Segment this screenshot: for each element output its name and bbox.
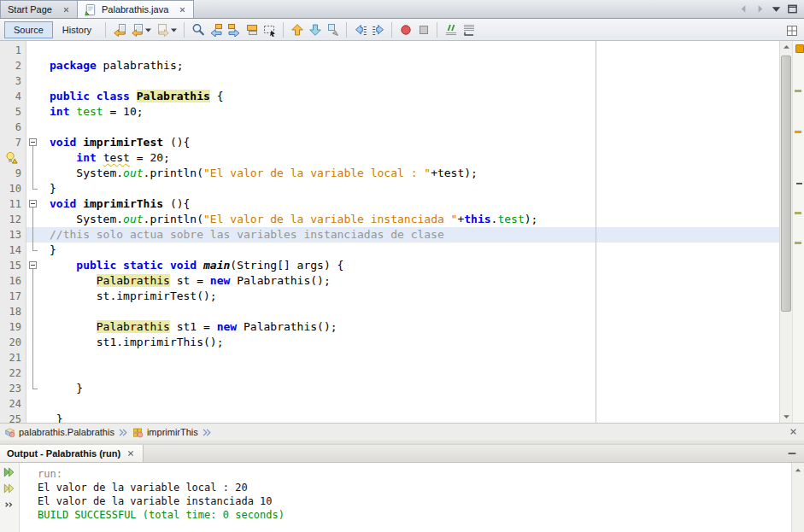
code-line[interactable]: int test = 20;	[39, 150, 779, 166]
code-line[interactable]: }	[39, 412, 779, 423]
code-line[interactable]	[39, 365, 779, 381]
rectangular-selection-icon[interactable]	[261, 21, 279, 38]
output-tab[interactable]: Output - Palabrathis (run)	[0, 445, 144, 462]
back-icon[interactable]	[128, 21, 146, 38]
output-console: run:El valor de la variable local : 20El…	[21, 463, 790, 532]
code-line[interactable]: }	[39, 381, 779, 396]
find-previous-occurrence-icon[interactable]	[207, 21, 225, 38]
code-line[interactable]: st.imprimirTest();	[39, 289, 779, 304]
stripe-mark-caret[interactable]	[796, 183, 802, 184]
editor-vertical-scrollbar[interactable]	[779, 41, 792, 423]
last-edit-location-icon[interactable]	[110, 21, 128, 38]
code-line[interactable]: public class Palabrathis {	[39, 89, 779, 104]
rerun-icon[interactable]	[2, 465, 17, 478]
fold-toggle[interactable]	[29, 261, 37, 269]
rerun-alt-icon[interactable]	[2, 482, 17, 494]
nav-left-icon[interactable]	[737, 3, 751, 16]
toolbar-separator	[283, 22, 284, 38]
dropdown-caret-icon[interactable]	[144, 21, 152, 38]
stripe-mark-occurrence[interactable]	[795, 242, 801, 244]
start-macro-recording-icon[interactable]	[396, 21, 414, 38]
nav-right-icon[interactable]	[754, 3, 767, 16]
line-number: 4	[15, 89, 21, 104]
minimize-icon[interactable]	[786, 445, 804, 462]
line-number: 20	[9, 335, 21, 350]
scroll-down-icon[interactable]	[780, 410, 792, 423]
previous-bookmark-icon[interactable]	[288, 21, 306, 38]
split-window-icon[interactable]	[783, 22, 801, 39]
error-stripe-status-badge[interactable]	[795, 44, 804, 53]
history-view-button[interactable]: History	[53, 21, 101, 38]
ant-targets-icon[interactable]	[2, 498, 17, 511]
code-area[interactable]: package palabrathis;public class Palabra…	[39, 41, 779, 423]
code-line[interactable]: }	[39, 181, 779, 196]
find-selection-icon[interactable]	[189, 21, 207, 38]
uncomment-icon[interactable]	[460, 21, 478, 38]
scrollbar-thumb[interactable]	[781, 56, 791, 312]
code-line[interactable]: }	[39, 243, 779, 258]
close-icon[interactable]	[126, 448, 136, 459]
stripe-mark-occurrence[interactable]	[795, 90, 801, 92]
line-number-gutter: 1234567910111213141516171819202122232425	[0, 41, 26, 423]
toggle-highlight-search-icon[interactable]	[243, 21, 261, 38]
output-panel-header: Output - Palabrathis (run)	[0, 445, 804, 463]
output-line: El valor de la variable instanciada 10	[38, 494, 790, 508]
breadcrumb-chevron-icon	[118, 427, 129, 438]
breadcrumb-item[interactable]: imprimirThis	[132, 427, 198, 438]
scroll-up-icon[interactable]	[792, 464, 804, 476]
shift-line-right-icon[interactable]	[369, 21, 387, 38]
source-view-button[interactable]: Source	[4, 21, 53, 38]
close-icon[interactable]	[178, 5, 187, 15]
stop-macro-recording-icon[interactable]	[414, 21, 432, 38]
find-next-occurrence-icon[interactable]	[225, 21, 243, 38]
code-line[interactable]: void imprimirTest (){	[39, 135, 779, 150]
code-line[interactable]	[39, 73, 779, 89]
stripe-mark-warning[interactable]	[795, 131, 801, 133]
output-scrollbar[interactable]	[791, 463, 804, 532]
code-line[interactable]: Palabrathis st = new Palabrathis();	[39, 273, 779, 289]
code-line[interactable]: package palabrathis;	[39, 58, 779, 73]
line-number: 9	[15, 166, 21, 181]
code-line[interactable]: void imprimirThis (){	[39, 196, 779, 212]
toolbar-separator	[184, 22, 185, 38]
stripe-mark-occurrence[interactable]	[795, 212, 801, 214]
next-bookmark-icon[interactable]	[306, 21, 324, 38]
breadcrumb-item[interactable]: palabrathis.Palabrathis	[4, 427, 114, 438]
line-number: 3	[15, 73, 21, 89]
line-number: 25	[9, 412, 21, 423]
maximize-icon[interactable]	[786, 3, 800, 16]
toggle-bookmark-icon[interactable]	[324, 21, 342, 38]
code-line[interactable]	[39, 43, 779, 58]
code-editor[interactable]: 1234567910111213141516171819202122232425…	[0, 41, 804, 423]
shift-line-left-icon[interactable]	[351, 21, 369, 38]
code-line[interactable]	[39, 304, 779, 319]
document-tab[interactable]: Palabrathis.java	[77, 0, 194, 18]
toolbar-separator	[437, 22, 437, 38]
dropdown-caret-icon[interactable]	[170, 21, 178, 38]
fold-guide-end	[32, 189, 38, 190]
close-icon[interactable]	[788, 426, 800, 438]
code-line[interactable]	[39, 396, 779, 412]
code-line[interactable]: public static void main(String[] args) {	[39, 258, 779, 273]
warning-hint-icon[interactable]	[5, 151, 19, 165]
fold-guide-end	[32, 250, 38, 251]
forward-icon[interactable]	[154, 21, 172, 38]
code-line[interactable]	[39, 120, 779, 135]
comment-icon[interactable]	[442, 21, 460, 38]
code-line[interactable]: int test = 10;	[39, 104, 779, 120]
error-stripe[interactable]	[792, 41, 804, 423]
dropdown-icon[interactable]	[770, 3, 783, 16]
code-line[interactable]: //this solo actua sobre las variables in…	[39, 227, 779, 243]
code-line[interactable]: System.out.println("El valor de la varia…	[39, 212, 779, 227]
tab-label: Palabrathis.java	[101, 4, 173, 15]
fold-toggle[interactable]	[29, 138, 37, 146]
scroll-up-icon[interactable]	[780, 41, 792, 54]
code-line[interactable]	[39, 350, 779, 365]
document-tab[interactable]: Start Page	[0, 0, 78, 18]
code-line[interactable]: st1.imprimirThis();	[39, 335, 779, 350]
class-icon	[4, 427, 15, 438]
fold-toggle[interactable]	[29, 200, 37, 208]
code-line[interactable]: System.out.println("El valor de la varia…	[39, 166, 779, 181]
close-icon[interactable]	[62, 5, 71, 15]
code-line[interactable]: Palabrathis st1 = new Palabrathis();	[39, 319, 779, 335]
